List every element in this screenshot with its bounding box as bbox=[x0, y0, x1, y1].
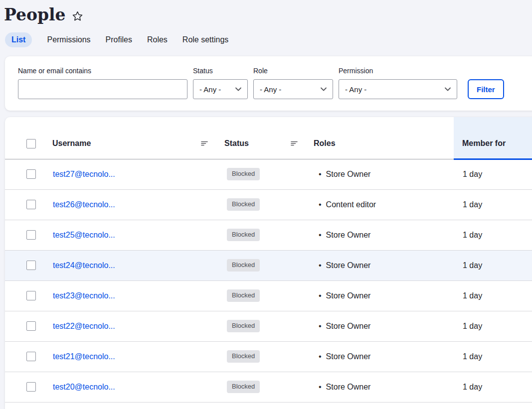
tab-list[interactable]: List bbox=[5, 32, 32, 47]
member-for-value: 1 day bbox=[463, 383, 482, 391]
name-filter-field: Name or email contains bbox=[18, 67, 187, 99]
role-filter-field: Role - Any - bbox=[253, 67, 333, 99]
status-badge: Blocked bbox=[227, 350, 260, 363]
member-for-value: 1 day bbox=[463, 261, 482, 270]
status-badge: Blocked bbox=[227, 229, 260, 241]
tab-profiles[interactable]: Profiles bbox=[106, 32, 132, 47]
table-row: test20@tecnolo... Blocked Store Owner 1 … bbox=[5, 372, 532, 402]
page-title: People bbox=[4, 6, 66, 24]
tab-permissions[interactable]: Permissions bbox=[47, 32, 90, 47]
sort-icon[interactable] bbox=[290, 139, 298, 147]
status-filter-field: Status - Any - bbox=[193, 67, 248, 99]
username-link[interactable]: test27@tecnolo... bbox=[53, 170, 115, 178]
status-badge: Blocked bbox=[227, 381, 260, 393]
role-item: Content editor bbox=[319, 200, 376, 209]
role-item: Store Owner bbox=[319, 261, 370, 270]
table-body: test27@tecnolo... Blocked Store Owner 1 … bbox=[5, 159, 532, 402]
table-row: test24@tecnolo... Blocked Store Owner 1 … bbox=[5, 250, 532, 280]
people-table-card: Username Status bbox=[5, 117, 532, 409]
role-item: Store Owner bbox=[319, 322, 370, 330]
status-badge: Blocked bbox=[227, 320, 260, 332]
sort-icon[interactable] bbox=[200, 139, 208, 147]
table-row: test22@tecnolo... Blocked Store Owner 1 … bbox=[5, 311, 532, 341]
table-row: test21@tecnolo... Blocked Store Owner 1 … bbox=[5, 341, 532, 372]
filter-button[interactable]: Filter bbox=[468, 79, 504, 99]
row-checkbox[interactable] bbox=[26, 291, 36, 300]
filter-panel: Name or email contains Status - Any - Ro… bbox=[5, 56, 532, 111]
name-filter-input[interactable] bbox=[18, 79, 187, 99]
table-header-row: Username Status bbox=[5, 117, 532, 159]
people-admin-page: People List Permissions Profiles Roles R… bbox=[0, 0, 532, 409]
role-item: Store Owner bbox=[319, 170, 370, 178]
status-filter-select[interactable]: - Any - bbox=[193, 79, 248, 99]
header-member-for[interactable]: Member for bbox=[462, 139, 506, 147]
member-for-value: 1 day bbox=[463, 231, 482, 239]
row-checkbox[interactable] bbox=[26, 169, 36, 179]
permission-filter-field: Permission - Any - bbox=[339, 67, 457, 99]
primary-tabs: List Permissions Profiles Roles Role set… bbox=[5, 32, 532, 47]
status-filter-label: Status bbox=[193, 67, 248, 75]
role-item: Store Owner bbox=[319, 352, 370, 361]
role-item: Store Owner bbox=[319, 231, 370, 239]
row-checkbox[interactable] bbox=[26, 200, 36, 209]
role-filter-label: Role bbox=[253, 67, 333, 75]
header-username[interactable]: Username bbox=[52, 139, 91, 148]
username-link[interactable]: test20@tecnolo... bbox=[53, 383, 115, 391]
page-header: People bbox=[0, 0, 532, 24]
username-link[interactable]: test24@tecnolo... bbox=[53, 261, 115, 270]
permission-filter-select[interactable]: - Any - bbox=[339, 79, 457, 99]
row-checkbox[interactable] bbox=[26, 321, 36, 331]
member-for-value: 1 day bbox=[463, 352, 482, 361]
row-checkbox[interactable] bbox=[26, 230, 36, 240]
status-badge: Blocked bbox=[227, 198, 260, 211]
tab-role-settings[interactable]: Role settings bbox=[182, 32, 229, 47]
select-all-checkbox[interactable] bbox=[26, 139, 36, 148]
row-checkbox[interactable] bbox=[26, 352, 36, 361]
username-link[interactable]: test21@tecnolo... bbox=[53, 352, 115, 361]
favorite-star-icon[interactable] bbox=[72, 10, 83, 22]
header-roles: Roles bbox=[314, 139, 336, 147]
permission-filter-label: Permission bbox=[339, 67, 457, 75]
tab-roles[interactable]: Roles bbox=[147, 32, 168, 47]
table-row: test23@tecnolo... Blocked Store Owner 1 … bbox=[5, 280, 532, 311]
member-for-value: 1 day bbox=[463, 170, 482, 178]
status-badge: Blocked bbox=[227, 168, 260, 180]
name-filter-label: Name or email contains bbox=[18, 67, 187, 75]
role-item: Store Owner bbox=[319, 291, 370, 300]
username-link[interactable]: test23@tecnolo... bbox=[53, 291, 115, 300]
role-filter-select[interactable]: - Any - bbox=[253, 79, 333, 99]
table-row: test26@tecnolo... Blocked Content editor… bbox=[5, 189, 532, 220]
status-badge: Blocked bbox=[227, 289, 260, 302]
username-link[interactable]: test22@tecnolo... bbox=[53, 322, 115, 330]
member-for-value: 1 day bbox=[463, 291, 482, 300]
member-for-value: 1 day bbox=[463, 200, 482, 209]
header-status[interactable]: Status bbox=[224, 139, 249, 148]
username-link[interactable]: test26@tecnolo... bbox=[53, 200, 115, 209]
status-badge: Blocked bbox=[227, 259, 260, 272]
member-for-value: 1 day bbox=[463, 322, 482, 330]
row-checkbox[interactable] bbox=[26, 382, 36, 392]
row-checkbox[interactable] bbox=[26, 261, 36, 270]
role-item: Store Owner bbox=[319, 383, 370, 391]
username-link[interactable]: test25@tecnolo... bbox=[53, 231, 115, 239]
people-table: Username Status bbox=[5, 117, 532, 403]
table-row: test25@tecnolo... Blocked Store Owner 1 … bbox=[5, 220, 532, 250]
table-row: test27@tecnolo... Blocked Store Owner 1 … bbox=[5, 159, 532, 189]
